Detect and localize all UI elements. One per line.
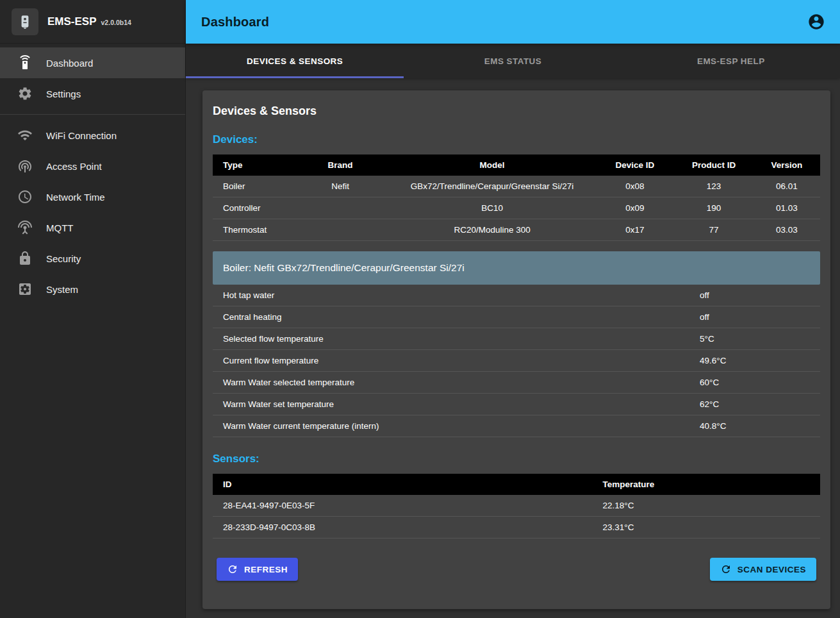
sidebar-divider: [0, 114, 185, 115]
cell-product-id: 123: [674, 176, 753, 197]
sensors-heading: Sensors:: [213, 453, 820, 465]
refresh-button-label: REFRESH: [244, 565, 288, 574]
refresh-button[interactable]: REFRESH: [217, 558, 298, 581]
gear-icon: [17, 86, 33, 101]
page-title: Dashboard: [201, 15, 269, 29]
sidebar-item-dashboard[interactable]: Dashboard: [0, 47, 185, 78]
column-header: Brand: [292, 154, 389, 176]
sidebar-item-label: Settings: [46, 88, 81, 99]
app-title: EMS-ESP v2.0.0b14: [47, 15, 131, 28]
sidebar-item-label: Network Time: [46, 192, 105, 203]
value-label: Hot tap water: [223, 290, 700, 300]
content-card: Devices & Sensors Devices: Type Brand Mo…: [202, 90, 830, 609]
cell-sensor-temperature: 22.18°C: [593, 495, 821, 517]
scan-devices-button[interactable]: SCAN DEVICES: [710, 558, 816, 581]
cell-device-id: 0x08: [595, 176, 674, 197]
value-label: Warm Water current temperature (intern): [223, 421, 700, 431]
refresh-icon: [227, 564, 238, 575]
sidebar-item-network-time[interactable]: Network Time: [0, 181, 185, 212]
cell-model: BC10: [389, 197, 595, 219]
column-header: Temperature: [593, 474, 821, 495]
cell-sensor-id: 28-233D-9497-0C03-8B: [213, 517, 593, 539]
system-gear-icon: [17, 281, 33, 297]
clock-icon: [17, 189, 33, 205]
app-logo: [12, 8, 38, 35]
value-reading: 5°C: [700, 334, 810, 344]
cell-sensor-id: 28-EA41-9497-0E03-5F: [213, 495, 593, 517]
sidebar: EMS-ESP v2.0.0b14 Dashboard Settings WiF…: [0, 0, 186, 618]
app-name: EMS-ESP: [47, 15, 97, 28]
tab-devices-sensors[interactable]: DEVICES & SENSORS: [186, 44, 404, 78]
sidebar-item-label: Access Point: [46, 161, 102, 172]
tab-ems-status[interactable]: EMS STATUS: [404, 44, 622, 78]
cell-device-id: 0x09: [595, 197, 674, 219]
sidebar-item-settings[interactable]: Settings: [0, 78, 185, 109]
list-item: Warm Water selected temperature 60°C: [213, 372, 820, 394]
cell-product-id: 190: [674, 197, 753, 219]
column-header: ID: [213, 474, 593, 495]
cell-type: Thermostat: [213, 219, 292, 241]
devices-heading: Devices:: [213, 133, 820, 146]
main-area: Dashboard DEVICES & SENSORS EMS STATUS E…: [186, 0, 840, 618]
sidebar-item-label: System: [46, 284, 78, 295]
sidebar-item-label: WiFi Connection: [46, 130, 117, 141]
lock-icon: [17, 251, 33, 266]
table-row: Boiler Nefit GBx72/Trendline/Cerapur/Gre…: [213, 176, 820, 197]
value-label: Warm Water selected temperature: [223, 378, 700, 387]
value-reading: 49.6°C: [700, 356, 810, 365]
sidebar-item-access-point[interactable]: Access Point: [0, 151, 185, 181]
sidebar-nav: Dashboard Settings WiFi Connection Acces…: [0, 44, 185, 305]
cell-model: RC20/Moduline 300: [389, 219, 595, 241]
sensors-table: ID Temperature 28-EA41-9497-0E03-5F 22.1…: [213, 474, 820, 539]
cell-version: 01.03: [754, 197, 820, 219]
value-reading: 62°C: [700, 399, 810, 409]
wifi-icon: [17, 128, 33, 143]
cell-brand: [292, 219, 389, 241]
sidebar-item-security[interactable]: Security: [0, 243, 185, 274]
refresh-icon: [720, 564, 732, 575]
sidebar-item-label: MQTT: [46, 222, 74, 233]
value-label: Current flow temperature: [223, 356, 700, 365]
list-item: Warm Water current temperature (intern) …: [213, 415, 820, 437]
table-row: Controller BC10 0x09 190 01.03: [213, 197, 820, 219]
cell-type: Boiler: [213, 176, 292, 197]
app-version: v2.0.0b14: [101, 19, 131, 26]
sidebar-item-mqtt[interactable]: MQTT: [0, 212, 185, 243]
tab-ems-esp-help[interactable]: EMS-ESP HELP: [622, 44, 840, 78]
value-label: Central heating: [223, 312, 700, 322]
scan-devices-button-label: SCAN DEVICES: [737, 565, 806, 574]
sidebar-item-system[interactable]: System: [0, 274, 185, 305]
sidebar-item-label: Security: [46, 253, 81, 264]
list-item: Central heating off: [213, 306, 820, 328]
page-background: Devices & Sensors Devices: Type Brand Mo…: [186, 78, 840, 618]
column-header: Device ID: [595, 154, 674, 176]
boiler-device-icon: [17, 13, 33, 30]
cell-model: GBx72/Trendline/Cerapur/Greenstar Si/27i: [389, 176, 595, 197]
tab-bar: DEVICES & SENSORS EMS STATUS EMS-ESP HEL…: [186, 44, 840, 78]
value-reading: 40.8°C: [700, 421, 810, 431]
value-reading: 60°C: [700, 378, 810, 387]
antenna-icon: [17, 220, 33, 235]
devices-table: Type Brand Model Device ID Product ID Ve…: [213, 154, 820, 241]
cell-version: 03.03: [754, 219, 820, 241]
column-header: Type: [213, 154, 292, 176]
column-header: Version: [754, 154, 820, 176]
sidebar-item-wifi-connection[interactable]: WiFi Connection: [0, 120, 185, 151]
account-button[interactable]: [807, 12, 826, 31]
sidebar-item-label: Dashboard: [46, 58, 93, 69]
cell-type: Controller: [213, 197, 292, 219]
devices-table-header-row: Type Brand Model Device ID Product ID Ve…: [213, 154, 820, 176]
sensors-table-header-row: ID Temperature: [213, 474, 820, 495]
value-label: Warm Water set temperature: [223, 399, 700, 409]
cell-brand: Nefit: [292, 176, 389, 197]
actions-row: REFRESH SCAN DEVICES: [213, 558, 820, 581]
access-point-icon: [17, 158, 33, 174]
column-header: Product ID: [674, 154, 753, 176]
table-row: 28-233D-9497-0C03-8B 23.31°C: [213, 517, 820, 539]
list-item: Current flow temperature 49.6°C: [213, 350, 820, 372]
list-item: Warm Water set temperature 62°C: [213, 394, 820, 415]
table-row: 28-EA41-9497-0E03-5F 22.18°C: [213, 495, 820, 517]
account-circle-icon: [807, 13, 825, 31]
cell-device-id: 0x17: [595, 219, 674, 241]
cell-sensor-temperature: 23.31°C: [593, 517, 821, 539]
